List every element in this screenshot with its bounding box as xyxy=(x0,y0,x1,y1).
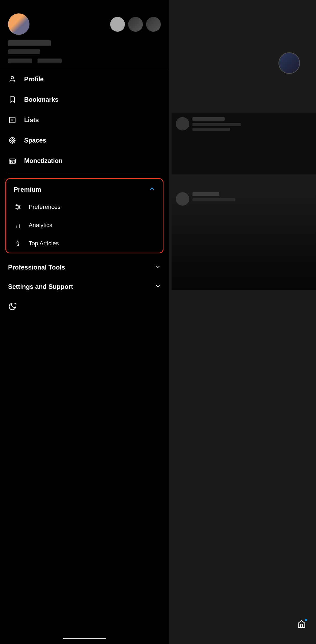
spaces-label: Spaces xyxy=(24,137,46,144)
section-divider-1 xyxy=(8,174,161,174)
nav-item-monetization[interactable]: Monetization xyxy=(0,151,169,171)
stats-row xyxy=(8,59,161,63)
story-circle-1[interactable] xyxy=(110,17,125,32)
nav-item-lists[interactable]: Lists xyxy=(0,110,169,130)
bar-chart-icon xyxy=(14,221,22,230)
spaces-icon xyxy=(8,136,17,145)
avatar[interactable] xyxy=(8,13,29,35)
fire-icon xyxy=(14,239,22,248)
avatar-row xyxy=(8,13,161,35)
feed-content-1 xyxy=(192,117,312,131)
svg-line-27 xyxy=(16,303,16,304)
monetization-label: Monetization xyxy=(24,157,62,165)
premium-chevron-up-icon xyxy=(149,185,155,194)
lists-icon xyxy=(8,116,17,124)
story-circle-2[interactable] xyxy=(128,17,143,32)
profile-header xyxy=(0,0,169,69)
right-panel xyxy=(169,0,316,644)
bottom-actions xyxy=(0,296,169,319)
nav-item-bookmarks[interactable]: Bookmarks xyxy=(0,89,169,110)
premium-header[interactable]: Premium xyxy=(6,179,163,198)
home-button[interactable] xyxy=(295,618,308,631)
settings-support-chevron-down-icon xyxy=(155,283,161,290)
premium-sub-item-preferences[interactable]: Preferences xyxy=(6,198,163,216)
professional-tools-section[interactable]: Professional Tools xyxy=(0,258,169,277)
stat-blur-1 xyxy=(8,59,32,63)
bookmark-icon xyxy=(8,95,17,104)
nav-item-profile[interactable]: Profile xyxy=(0,69,169,89)
notification-dot xyxy=(305,619,307,621)
premium-sub-item-top-articles[interactable]: Top Articles xyxy=(6,234,163,253)
feed-avatar-1 xyxy=(176,117,189,130)
svg-point-7 xyxy=(12,140,13,141)
profile-label: Profile xyxy=(24,75,44,83)
svg-point-21 xyxy=(18,206,20,208)
person-icon xyxy=(8,75,17,83)
right-panel-feed-item-2 xyxy=(172,188,316,290)
right-panel-avatar-1 xyxy=(278,52,300,74)
svg-point-20 xyxy=(16,205,17,206)
settings-support-section[interactable]: Settings and Support xyxy=(0,277,169,296)
home-indicator xyxy=(63,638,106,639)
handle-blur xyxy=(8,49,40,54)
monetization-icon xyxy=(8,157,17,165)
svg-point-14 xyxy=(12,161,13,162)
top-articles-label: Top Articles xyxy=(29,240,59,247)
stat-blur-2 xyxy=(38,59,62,63)
preferences-label: Preferences xyxy=(29,203,61,210)
premium-section: Premium Preferences xyxy=(5,178,163,253)
professional-tools-chevron-down-icon xyxy=(155,264,161,271)
sliders-icon xyxy=(14,203,22,211)
right-panel-feed-item-1 xyxy=(172,113,316,174)
svg-point-22 xyxy=(17,208,18,209)
left-panel: Profile Bookmarks Lists xyxy=(0,0,169,644)
premium-title: Premium xyxy=(14,186,41,193)
night-mode-button[interactable] xyxy=(8,302,17,313)
story-circles xyxy=(110,17,161,32)
username-blur xyxy=(8,40,51,46)
lists-label: Lists xyxy=(24,116,39,124)
settings-support-title: Settings and Support xyxy=(8,283,73,290)
feed-avatar-2 xyxy=(176,192,189,206)
analytics-label: Analytics xyxy=(29,222,52,229)
story-circle-3[interactable] xyxy=(146,17,161,32)
professional-tools-title: Professional Tools xyxy=(8,264,65,271)
bookmarks-label: Bookmarks xyxy=(24,96,58,103)
premium-sub-item-analytics[interactable]: Analytics xyxy=(6,216,163,234)
feed-content-2 xyxy=(192,192,312,203)
nav-item-spaces[interactable]: Spaces xyxy=(0,130,169,151)
svg-point-0 xyxy=(11,77,13,79)
